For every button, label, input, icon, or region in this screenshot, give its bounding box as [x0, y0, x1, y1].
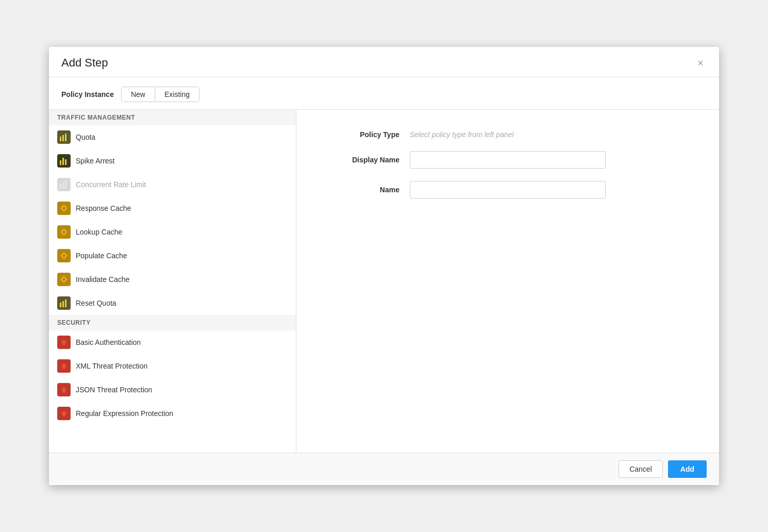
- policy-name-response-cache: Response Cache: [76, 204, 131, 212]
- lookup-cache-icon: [57, 225, 71, 239]
- display-name-input[interactable]: [410, 151, 606, 169]
- policy-name-json-threat: JSON Threat Protection: [76, 386, 152, 394]
- xml-threat-icon: [57, 359, 71, 373]
- response-cache-icon: [57, 202, 71, 215]
- policy-name-populate-cache: Populate Cache: [76, 252, 127, 260]
- svg-rect-8: [65, 181, 66, 189]
- policy-type-value: Select policy type from left panel: [410, 130, 514, 139]
- display-name-row: Display Name: [327, 151, 688, 169]
- reset-quota-icon: [57, 296, 71, 310]
- list-item: Concurrent Rate Limit: [49, 173, 296, 196]
- svg-rect-2: [65, 134, 66, 141]
- list-item[interactable]: Response Cache: [49, 196, 296, 220]
- svg-rect-0: [60, 137, 61, 141]
- policy-name-reset-quota: Reset Quota: [76, 299, 116, 307]
- policy-instance-row: Policy Instance New Existing: [49, 77, 719, 109]
- cancel-button[interactable]: Cancel: [619, 460, 663, 478]
- policy-name-invalidate-cache: Invalidate Cache: [76, 275, 129, 284]
- svg-rect-5: [65, 159, 66, 165]
- dialog-body: TRAFFIC MANAGEMENT Quota: [49, 109, 719, 453]
- add-step-dialog: Add Step × Policy Instance New Existing …: [49, 47, 719, 485]
- spike-arrest-icon: [57, 154, 71, 168]
- svg-rect-19: [65, 300, 66, 307]
- toggle-new[interactable]: New: [122, 87, 155, 102]
- list-item[interactable]: Populate Cache: [49, 244, 296, 268]
- policy-name-spike-arrest: Spike Arrest: [76, 157, 114, 165]
- policy-name-regex-protection: Regular Expression Protection: [76, 409, 173, 418]
- svg-rect-7: [62, 182, 64, 189]
- policy-name-xml-threat: XML Threat Protection: [76, 362, 147, 370]
- policy-type-row: Policy Type Select policy type from left…: [327, 130, 688, 139]
- display-name-label: Display Name: [327, 156, 399, 164]
- policy-name-quota: Quota: [76, 133, 95, 141]
- list-item[interactable]: Invalidate Cache: [49, 268, 296, 291]
- list-item[interactable]: XML Threat Protection: [49, 354, 296, 378]
- right-panel: Policy Type Select policy type from left…: [296, 110, 719, 453]
- svg-rect-1: [62, 135, 64, 141]
- regex-protection-icon: [57, 407, 71, 420]
- svg-rect-6: [60, 184, 61, 189]
- policy-name-lookup-cache: Lookup Cache: [76, 228, 122, 236]
- dialog-header: Add Step ×: [49, 47, 719, 77]
- basic-auth-icon: [57, 336, 71, 349]
- list-item[interactable]: Regular Expression Protection: [49, 402, 296, 425]
- left-panel: TRAFFIC MANAGEMENT Quota: [49, 110, 296, 453]
- add-button[interactable]: Add: [668, 460, 707, 478]
- list-item[interactable]: JSON Threat Protection: [49, 378, 296, 402]
- category-traffic-management: TRAFFIC MANAGEMENT: [49, 110, 296, 125]
- name-label: Name: [327, 186, 399, 194]
- policy-name-concurrent: Concurrent Rate Limit: [76, 180, 146, 189]
- close-button[interactable]: ×: [694, 57, 707, 69]
- invalidate-cache-icon: [57, 273, 71, 286]
- list-item[interactable]: Lookup Cache: [49, 220, 296, 244]
- list-item[interactable]: Quota: [49, 125, 296, 149]
- name-input[interactable]: [410, 181, 606, 198]
- svg-rect-4: [62, 158, 64, 165]
- json-threat-icon: [57, 383, 71, 396]
- policy-instance-toggle: New Existing: [121, 87, 199, 102]
- list-item[interactable]: Spike Arrest: [49, 149, 296, 173]
- dialog-footer: Cancel Add: [49, 453, 719, 485]
- svg-rect-18: [62, 301, 64, 307]
- policy-type-label: Policy Type: [327, 130, 399, 139]
- concurrent-icon: [57, 178, 71, 191]
- dialog-title: Add Step: [61, 56, 108, 70]
- toggle-existing[interactable]: Existing: [155, 87, 199, 102]
- category-security: SECURITY: [49, 315, 296, 330]
- policy-instance-label: Policy Instance: [61, 90, 114, 98]
- svg-rect-3: [60, 160, 61, 165]
- policy-name-basic-auth: Basic Authentication: [76, 338, 141, 346]
- list-item[interactable]: Reset Quota: [49, 291, 296, 315]
- list-item[interactable]: Basic Authentication: [49, 330, 296, 354]
- svg-rect-17: [60, 303, 61, 307]
- populate-cache-icon: [57, 249, 71, 262]
- name-row: Name: [327, 181, 688, 198]
- quota-icon: [57, 130, 71, 144]
